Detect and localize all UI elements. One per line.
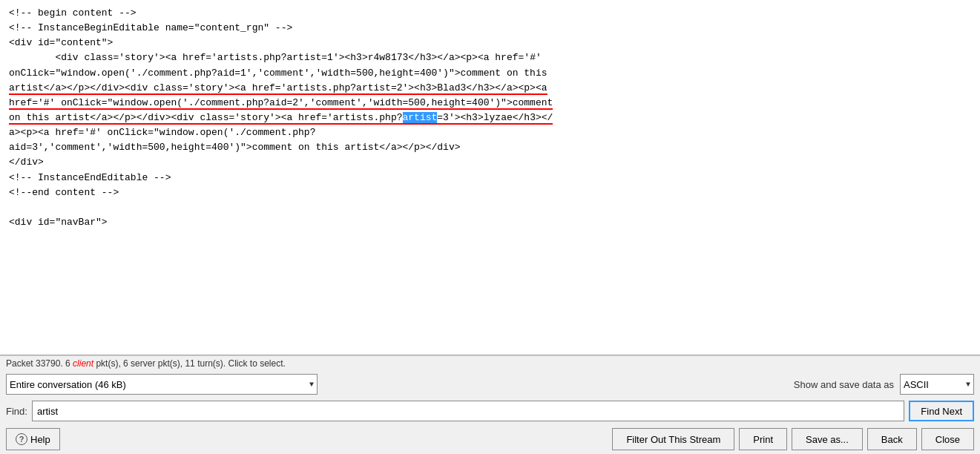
packet-info-text: Packet 33790. 6 — [6, 358, 73, 369]
find-input[interactable] — [32, 401, 904, 421]
packet-info-text2: pkt(s), 6 server pkt(s), 11 turn(s). Cli… — [93, 358, 286, 369]
save-as-button[interactable]: Save as... — [792, 428, 863, 450]
save-data-label: Show and save data as — [794, 379, 894, 390]
close-button[interactable]: Close — [921, 428, 974, 450]
help-button[interactable]: ? Help — [6, 428, 60, 450]
help-icon: ? — [16, 433, 27, 445]
format-select[interactable]: ASCII EBCDIC Hex Dump C Arrays Raw — [900, 374, 974, 395]
packet-info-row[interactable]: Packet 33790. 6 client pkt(s), 6 server … — [0, 356, 980, 371]
conversation-select[interactable]: Entire conversation (46 kB) Client packe… — [6, 374, 318, 395]
bottom-toolbar: Packet 33790. 6 client pkt(s), 6 server … — [0, 355, 980, 454]
print-button[interactable]: Print — [739, 428, 787, 450]
content-text: <!-- begin content --> <!-- InstanceBegi… — [9, 6, 971, 230]
conversation-select-wrapper[interactable]: Entire conversation (46 kB) Client packe… — [6, 374, 318, 395]
filter-out-stream-button[interactable]: Filter Out This Stream — [612, 428, 734, 450]
help-label: Help — [30, 434, 50, 445]
client-highlight: client — [73, 358, 93, 369]
content-display[interactable]: <!-- begin content --> <!-- InstanceBegi… — [0, 0, 980, 355]
format-select-wrapper[interactable]: ASCII EBCDIC Hex Dump C Arrays Raw ▼ — [900, 374, 974, 395]
conversation-row: Entire conversation (46 kB) Client packe… — [0, 371, 980, 398]
line-1: <!-- begin content --> <!-- InstanceBegi… — [9, 7, 553, 228]
back-button[interactable]: Back — [867, 428, 917, 450]
find-next-button[interactable]: Find Next — [909, 401, 974, 421]
find-label: Find: — [6, 406, 27, 417]
button-row: ? Help Filter Out This Stream Print Save… — [0, 424, 980, 454]
find-row: Find: Find Next — [0, 398, 980, 424]
